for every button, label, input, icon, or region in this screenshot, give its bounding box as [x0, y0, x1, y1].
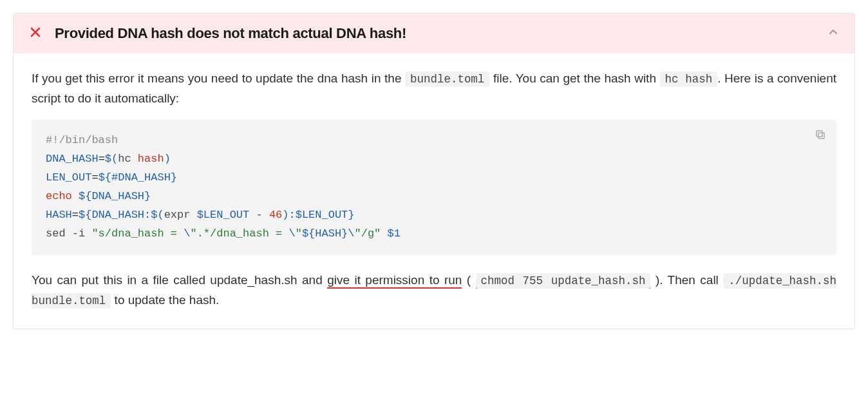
- outro-paragraph: You can put this in a file called update…: [32, 271, 836, 311]
- intro-paragraph: If you get this error it means you need …: [32, 69, 836, 108]
- code-line-3: LEN_OUT=${#DNA_HASH}: [46, 169, 822, 187]
- code-line-2: DNA_HASH=$(hc hash): [46, 150, 822, 169]
- error-help-panel: Provided DNA hash does not match actual …: [13, 13, 855, 329]
- panel-title: Provided DNA hash does not match actual …: [55, 25, 406, 42]
- code-block: #!/bin/bash DNA_HASH=$(hc hash) LEN_OUT=…: [32, 120, 836, 254]
- error-x-icon: [29, 26, 42, 41]
- code-line-5: HASH=${DNA_HASH:$(expr $LEN_OUT - 46):$L…: [46, 206, 822, 225]
- chevron-up-icon[interactable]: [827, 26, 839, 41]
- hc-hash-code: hc hash: [660, 72, 718, 87]
- outro-text-1: You can put this in a file called update…: [32, 273, 327, 287]
- bundle-file-code: bundle.toml: [405, 72, 489, 87]
- chmod-wrap: chmod 755 update_hash.sh: [476, 273, 651, 289]
- panel-body: If you get this error it means you need …: [14, 53, 854, 329]
- svg-rect-3: [816, 131, 822, 137]
- code-line-1: #!/bin/bash: [46, 131, 822, 150]
- outro-perm-phrase: give it permission to run: [327, 273, 462, 289]
- outro-text-end: to update the hash.: [111, 293, 219, 307]
- panel-header[interactable]: Provided DNA hash does not match actual …: [14, 14, 854, 53]
- code-line-6: sed -i "s/dna_hash = \".*/dna_hash = \"$…: [46, 225, 822, 244]
- outro-paren-close: ). Then call: [650, 273, 723, 287]
- intro-text-2: file. You can get the hash with: [493, 72, 660, 85]
- svg-rect-2: [818, 133, 824, 139]
- code-line-4: echo ${DNA_HASH}: [46, 187, 822, 206]
- chmod-code: chmod 755 update_hash.sh: [476, 273, 651, 289]
- outro-paren-open: (: [462, 273, 475, 287]
- intro-text-1: If you get this error it means you need …: [32, 72, 405, 85]
- copy-icon[interactable]: [815, 129, 826, 148]
